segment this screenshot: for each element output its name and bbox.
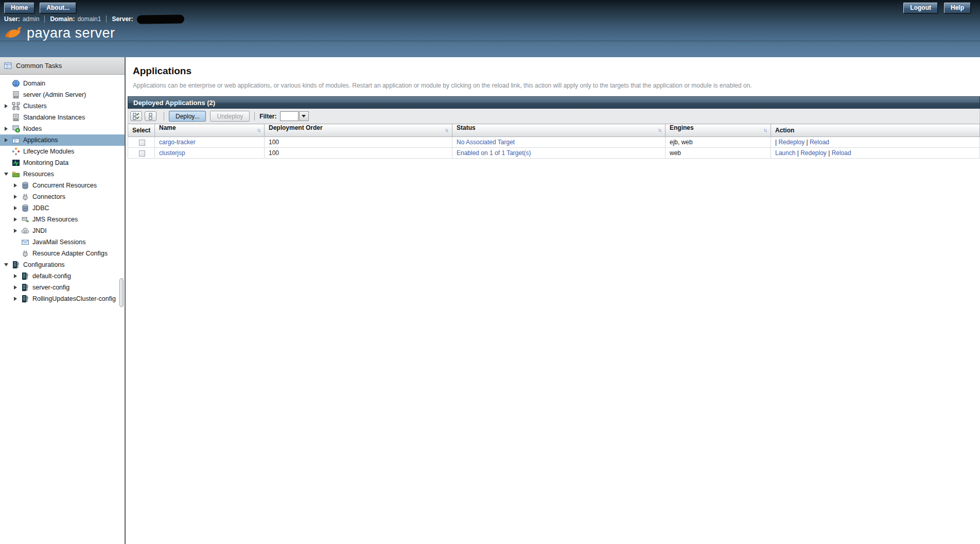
tree-expander-icon[interactable] — [3, 127, 9, 131]
sidebar-item-label: JNDI — [32, 227, 47, 234]
main-content: Applications Applications can be enterpr… — [127, 57, 980, 544]
sidebar-item-default-config[interactable]: default-config — [0, 270, 125, 282]
table-header-row: SelectName↑↓Deployment Order↑↓Status↑↓En… — [128, 124, 980, 137]
status-link[interactable]: No Associated Target — [457, 139, 515, 146]
user-value: admin — [23, 15, 40, 23]
connector-icon — [21, 249, 29, 258]
config-icon — [21, 272, 29, 280]
action-cell: | Redeploy | Reload — [771, 137, 980, 148]
sort-icon[interactable]: ↑↓ — [445, 124, 448, 137]
tree-expander-icon[interactable] — [3, 104, 9, 108]
tree-expander-icon[interactable] — [3, 263, 9, 266]
sort-icon[interactable]: ↑↓ — [257, 124, 260, 137]
column-header-name: Name↑↓ — [155, 124, 265, 137]
sidebar-item-resource-adapter-configs[interactable]: Resource Adapter Configs — [0, 248, 125, 259]
column-header-engines: Engines↑↓ — [666, 124, 771, 137]
select-all-button[interactable] — [130, 111, 142, 121]
page-title: Applications — [133, 65, 980, 77]
sidebar-item-nodes[interactable]: Nodes — [0, 123, 125, 134]
tree-expander-icon[interactable] — [12, 206, 19, 210]
action-link-redeploy[interactable]: Redeploy — [778, 139, 804, 146]
sidebar-item-domain[interactable]: Domain — [0, 78, 125, 89]
sidebar-item-server-config[interactable]: server-config — [0, 282, 125, 293]
sort-icon[interactable]: ↑↓ — [658, 124, 661, 137]
sidebar-item-jms-resources[interactable]: JMS Resources — [0, 214, 125, 225]
chevron-down-icon — [302, 115, 306, 117]
application-name-link[interactable]: clusterjsp — [159, 149, 185, 157]
sidebar-item-resources[interactable]: Resources — [0, 168, 125, 180]
nodes-icon — [11, 125, 20, 133]
name-cell: cargo-tracker — [155, 137, 265, 148]
sidebar-item-jndi[interactable]: JNDI — [0, 225, 125, 236]
tree-expander-icon[interactable] — [12, 195, 19, 199]
table-row: cargo-tracker100No Associated Targetejb,… — [128, 137, 980, 148]
sidebar-item-standalone-instances[interactable]: Standalone Instances — [0, 112, 125, 123]
sidebar-item-javamail-sessions[interactable]: JavaMail Sessions — [0, 236, 125, 248]
application-name-link[interactable]: cargo-tracker — [159, 139, 196, 146]
tree-expander-icon[interactable] — [3, 138, 9, 142]
undeploy-button[interactable]: Undeploy — [210, 111, 250, 122]
deploy-button[interactable]: Deploy... — [169, 111, 206, 122]
deployment-order-cell: 100 — [265, 148, 452, 159]
action-separator: | — [795, 149, 800, 157]
row-checkbox[interactable] — [139, 150, 145, 157]
sidebar-item-configurations[interactable]: Configurations — [0, 259, 125, 270]
sidebar-item-lifecycle-modules[interactable]: Lifecycle Modules — [0, 146, 125, 157]
sidebar-item-connectors[interactable]: Connectors — [0, 191, 125, 202]
sidebar-item-concurrent-resources[interactable]: Concurrent Resources — [0, 180, 125, 191]
sidebar-item-clusters[interactable]: Clusters — [0, 100, 125, 112]
domain-value: domain1 — [77, 15, 101, 23]
sidebar-item-label: Monitoring Data — [23, 159, 68, 166]
table-row: clusterjsp100Enabled on 1 of 1 Target(s)… — [128, 148, 980, 159]
sidebar-item-label: Lifecycle Modules — [23, 148, 74, 155]
tree-expander-icon[interactable] — [12, 217, 19, 222]
sidebar-item-label: JavaMail Sessions — [32, 239, 86, 246]
server-icon — [11, 91, 20, 99]
tree-expander-icon[interactable] — [3, 173, 9, 176]
triangle-right-icon — [14, 297, 17, 301]
sidebar-scrollbar-thumb[interactable] — [119, 278, 124, 307]
logout-button[interactable]: Logout — [903, 3, 938, 13]
home-button[interactable]: Home — [4, 3, 34, 13]
tree-expander-icon[interactable] — [12, 229, 19, 233]
page-description: Applications can be enterprise or web ap… — [133, 82, 972, 89]
deselect-all-icon — [147, 113, 154, 120]
action-link-launch[interactable]: Launch — [775, 149, 795, 157]
tree-expander-icon[interactable] — [12, 285, 19, 290]
sidebar-item-label: Concurrent Resources — [32, 182, 97, 189]
common-tasks-header[interactable]: Common Tasks — [0, 57, 125, 75]
filter-dropdown-button[interactable] — [299, 111, 309, 121]
action-link-reload[interactable]: Reload — [832, 149, 851, 157]
tree-expander-icon[interactable] — [12, 183, 19, 188]
sidebar-item-label: JDBC — [32, 205, 49, 212]
row-checkbox[interactable] — [139, 140, 145, 146]
applications-table: SelectName↑↓Deployment Order↑↓Status↑↓En… — [128, 124, 980, 159]
domain-label: Domain: — [50, 15, 75, 23]
filter-select[interactable] — [280, 111, 299, 121]
action-link-redeploy[interactable]: Redeploy — [800, 149, 827, 157]
deselect-all-button[interactable] — [145, 111, 156, 121]
clusters-icon — [11, 102, 20, 110]
sidebar-item-applications[interactable]: Applications — [0, 134, 125, 146]
sidebar-item-jdbc[interactable]: JDBC — [0, 202, 125, 214]
about-button[interactable]: About... — [40, 3, 76, 13]
sort-icon[interactable]: ↑↓ — [763, 124, 766, 137]
triangle-right-icon — [14, 229, 17, 233]
brand-row: payara server — [0, 25, 980, 41]
select-cell — [128, 137, 155, 148]
status-cell: No Associated Target — [452, 137, 666, 148]
status-cell: Enabled on 1 of 1 Target(s) — [452, 148, 666, 159]
sidebar-item-label: RollingUpdatesCluster-config — [32, 295, 116, 302]
tree-expander-icon[interactable] — [12, 274, 19, 278]
sidebar-item-label: Configurations — [23, 261, 65, 268]
action-link-reload[interactable]: Reload — [810, 139, 829, 146]
column-header-select: Select — [128, 124, 155, 137]
sidebar-item-server-admin-server[interactable]: server (Admin Server) — [0, 89, 125, 100]
action-separator: | — [827, 149, 832, 157]
triangle-down-icon — [4, 263, 8, 266]
sidebar-item-rollingupdatescluster-config[interactable]: RollingUpdatesCluster-config — [0, 293, 125, 304]
sidebar-item-monitoring-data[interactable]: Monitoring Data — [0, 157, 125, 168]
tree-expander-icon[interactable] — [12, 297, 19, 301]
help-button[interactable]: Help — [944, 3, 971, 13]
status-link[interactable]: Enabled on 1 of 1 Target(s) — [457, 149, 531, 157]
